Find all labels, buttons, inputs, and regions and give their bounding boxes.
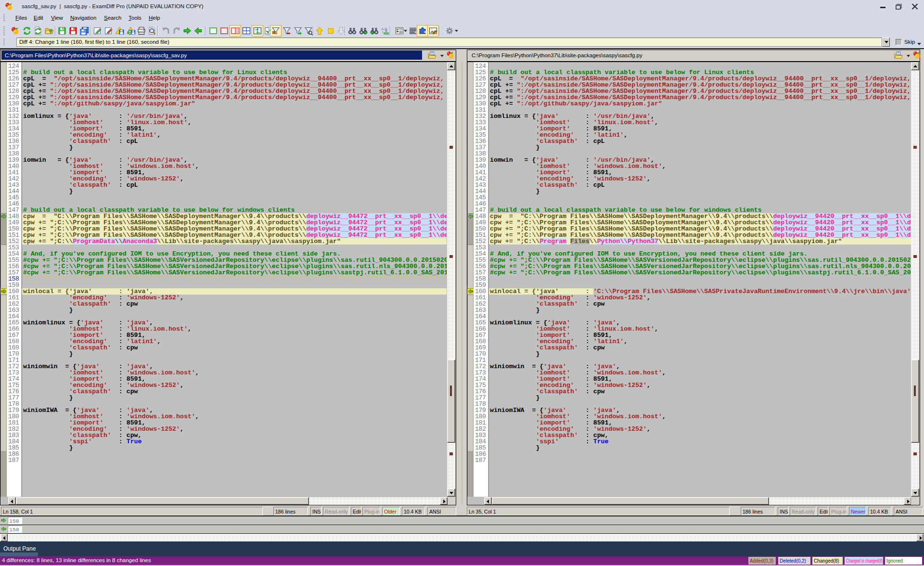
svg-text:AB: AB [384,31,389,35]
svg-text:A: A [381,27,384,31]
